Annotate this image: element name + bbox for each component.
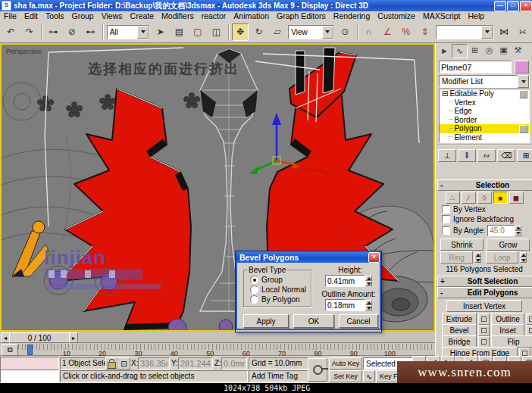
pin-stack-icon[interactable]: ⊥ <box>438 149 456 162</box>
radio-icon[interactable] <box>250 285 258 294</box>
height-spinner[interactable] <box>365 276 372 286</box>
select-move-icon[interactable]: ✥ <box>232 23 249 41</box>
shrink-button[interactable]: Shrink <box>440 239 483 251</box>
mirror-icon[interactable]: ⋈ <box>496 23 513 41</box>
stack-polygon-toggle[interactable] <box>519 125 527 133</box>
inset-button[interactable]: Inset <box>491 324 524 336</box>
show-end-result-icon[interactable]: ‖ <box>458 149 476 162</box>
menu-item[interactable]: Graph Editors <box>273 11 330 21</box>
height-field[interactable] <box>325 275 365 287</box>
angle-spinner[interactable] <box>515 226 521 236</box>
select-scale-icon[interactable]: ▱ <box>269 23 286 41</box>
subobject-polygon-icon[interactable]: ■ <box>493 192 508 204</box>
dropdown-arrow-icon[interactable] <box>481 26 493 39</box>
select-link-icon[interactable]: ⊶ <box>45 23 62 41</box>
menu-item[interactable]: MAXScript <box>419 11 465 21</box>
by-vertex-checkbox[interactable]: By Vertex <box>436 205 532 214</box>
insert-vertex-button[interactable]: Insert Vertex <box>446 300 522 312</box>
inset-settings-icon[interactable] <box>526 325 532 336</box>
stack-root-toggle[interactable] <box>519 90 527 98</box>
spinner-snap-icon[interactable]: ⇕ <box>416 23 433 41</box>
next-frame-arrow-icon[interactable]: ► <box>69 332 78 343</box>
collapse-icon[interactable]: ⊟ <box>442 89 448 98</box>
dropdown-arrow-icon[interactable] <box>322 26 333 39</box>
tab-motion-icon[interactable]: ◎ <box>482 44 496 57</box>
open-mini-curve-editor-icon[interactable]: ⧉ <box>2 344 18 356</box>
add-time-tag[interactable]: Add Time Tag <box>249 370 308 382</box>
flip-button[interactable]: Flip <box>491 335 532 348</box>
outline-settings-icon[interactable] <box>526 313 532 325</box>
grow-button[interactable]: Grow <box>487 239 530 251</box>
tab-create-icon[interactable]: ► <box>437 44 452 57</box>
angle-snap-icon[interactable]: ∠ <box>379 23 396 41</box>
auto-key-button[interactable]: Auto Key <box>329 357 362 370</box>
y-coordinate-field[interactable] <box>178 357 213 370</box>
angle-field[interactable] <box>487 225 515 236</box>
stack-item-vertex[interactable]: ┄Vertex <box>440 98 529 108</box>
edit-polygons-rollout-header[interactable]: - Edit Polygons <box>437 287 532 298</box>
object-name-field[interactable] <box>439 61 512 73</box>
menu-item[interactable]: reactor <box>198 11 230 21</box>
ring-spinner[interactable] <box>474 252 481 263</box>
absolute-offset-toggle-icon[interactable]: ⊡ <box>117 357 130 370</box>
title-bar[interactable]: S sha fa.max - Project Folder: D:\Backup… <box>0 0 532 11</box>
stack-item-polygon[interactable]: ┄Polygon <box>440 124 529 133</box>
by-angle-checkbox[interactable]: By Angle: <box>436 225 532 236</box>
window-crossing-icon[interactable]: ◫ <box>208 23 225 41</box>
tab-hierarchy-icon[interactable]: ⊞ <box>468 44 482 57</box>
configure-modifier-sets-icon[interactable]: ⊞ <box>517 149 532 162</box>
menu-item[interactable]: Rendering <box>330 11 374 21</box>
radio-local-normal[interactable]: Local Normal <box>244 284 311 294</box>
z-coordinate-field[interactable] <box>221 357 247 370</box>
extrude-button[interactable]: Extrude <box>442 313 477 325</box>
ok-button[interactable]: OK <box>293 314 334 328</box>
restore-button[interactable]: □ <box>507 1 519 11</box>
percent-snap-icon[interactable]: % <box>398 23 415 41</box>
set-key-filters-curve-icon[interactable]: ∿ <box>363 370 375 382</box>
snap-toggle-icon[interactable]: ∩ <box>361 23 378 41</box>
time-slider[interactable]: ◄ 0 / 100 ► <box>0 332 435 343</box>
selection-lock-icon[interactable] <box>105 357 117 370</box>
align-icon[interactable]: ∺ <box>515 23 532 41</box>
radio-icon[interactable] <box>250 295 258 304</box>
selection-filter-dropdown[interactable]: All <box>107 25 150 39</box>
select-by-name-icon[interactable]: ▤ <box>171 23 188 41</box>
bind-spacewarp-icon[interactable]: ⊷ <box>82 23 99 41</box>
object-color-swatch[interactable] <box>515 61 529 73</box>
radio-by-polygon[interactable]: By Polygon <box>244 294 311 304</box>
checkbox-icon[interactable] <box>442 215 450 223</box>
outline-spinner[interactable] <box>365 300 372 310</box>
unlink-icon[interactable]: ⊘ <box>64 23 81 41</box>
stack-item-element[interactable]: ┄Element <box>440 133 529 142</box>
dropdown-arrow-icon[interactable] <box>137 26 149 39</box>
radio-icon[interactable] <box>250 276 258 284</box>
bevel-polygons-dialog[interactable]: Bevel Polygons × Bevel Type Group Local … <box>235 251 382 332</box>
menu-item[interactable]: Views <box>98 11 127 21</box>
select-object-icon[interactable]: ➤ <box>152 23 169 41</box>
extrude-settings-icon[interactable] <box>478 313 490 325</box>
select-rotate-icon[interactable]: ↻ <box>250 23 268 41</box>
set-key-button[interactable]: Set Key <box>329 370 362 382</box>
selection-rollout-header[interactable]: - Selection <box>437 179 532 191</box>
tab-display-icon[interactable]: ▣ <box>496 44 511 57</box>
make-unique-icon[interactable]: ∾ <box>477 149 496 162</box>
maxscript-mini-listener-pink[interactable] <box>0 357 59 370</box>
maxscript-mini-listener-white[interactable] <box>0 370 59 383</box>
subobject-edge-icon[interactable]: ∕ <box>462 192 476 204</box>
menu-item[interactable]: Modifiers <box>158 11 198 21</box>
menu-item[interactable]: Create <box>127 11 158 21</box>
menu-item[interactable]: Edit <box>20 11 42 21</box>
track-bar[interactable]: ⧉ 102030405060708090100 <box>0 343 435 356</box>
named-selection-sets-dropdown[interactable] <box>436 25 493 39</box>
tab-modify-icon[interactable]: ∿ <box>452 44 468 58</box>
time-position-mark[interactable] <box>27 345 33 355</box>
loop-button[interactable]: Loop <box>486 251 518 264</box>
rect-selection-region-icon[interactable]: ▢ <box>189 23 207 41</box>
stack-item-border[interactable]: ┄Border <box>440 116 529 125</box>
reference-coordinate-dropdown[interactable]: View <box>288 25 334 39</box>
radio-group[interactable]: Group <box>244 274 311 284</box>
subobject-element-icon[interactable]: ◼ <box>509 192 524 204</box>
bevel-settings-icon[interactable] <box>478 325 490 336</box>
checkbox-icon[interactable] <box>442 226 450 235</box>
tab-utilities-icon[interactable]: ⚒ <box>511 44 525 57</box>
